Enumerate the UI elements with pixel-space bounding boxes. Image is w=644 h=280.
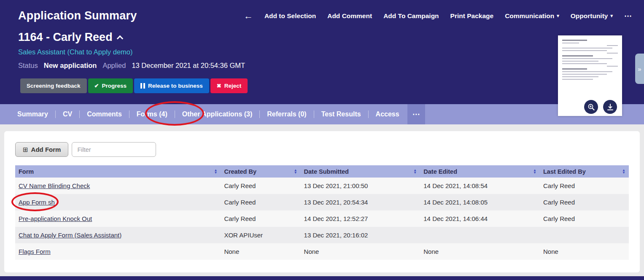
col-header-label: Last Edited By	[543, 168, 586, 175]
cell-created-by: Carly Reed	[221, 194, 300, 210]
col-header-label: Form	[19, 168, 34, 175]
cell-date-edited: 14 Dec 2021, 14:08:54	[420, 178, 540, 194]
sort-icon[interactable]: ▲▼	[214, 169, 218, 174]
col-header-form[interactable]: Form▲▼	[15, 165, 221, 178]
status-label: Status	[18, 62, 38, 70]
tab-test-results[interactable]: Test Results	[314, 110, 368, 118]
page-title: Application Summary	[18, 9, 137, 22]
release-to-business-button[interactable]: Release to business	[134, 78, 209, 93]
nav-communication-dropdown[interactable]: Communication ▾	[505, 12, 559, 20]
reject-button[interactable]: ✖ Reject	[210, 78, 248, 93]
progress-label: Progress	[102, 83, 127, 89]
footer-strip	[0, 276, 644, 280]
tab-summary[interactable]: Summary	[10, 110, 55, 118]
col-header-label: Date Edited	[423, 168, 457, 175]
reject-label: Reject	[224, 83, 242, 89]
vacancy-link[interactable]: Sales Assistant (Chat to Apply demo)	[18, 48, 132, 56]
tab-bar: Summary CV Comments Forms (4) Other Appl…	[0, 104, 644, 124]
filter-input[interactable]	[72, 142, 156, 157]
table-row: App Form sh Carly Reed 13 Dec 2021, 20:5…	[15, 194, 629, 210]
col-header-date-submitted[interactable]: Date Submitted▲▼	[301, 165, 420, 178]
release-label: Release to business	[148, 83, 203, 89]
screening-feedback-button[interactable]: Screening feedback	[20, 78, 87, 93]
nav-opportunity-dropdown[interactable]: Opportunity ▾	[571, 12, 613, 20]
forms-panel: ⊞ Add Form Form▲▼ Created By▲▼ Date Subm…	[4, 131, 640, 272]
sort-icon[interactable]: ▲▼	[622, 169, 625, 174]
chevron-down-icon: ▾	[557, 13, 559, 19]
tab-comments[interactable]: Comments	[80, 110, 129, 118]
forms-table: Form▲▼ Created By▲▼ Date Submitted▲▼ Dat…	[15, 165, 629, 260]
form-link-pre-application-knock-out[interactable]: Pre-application Knock Out	[19, 215, 92, 222]
cell-date-edited: None	[420, 243, 540, 260]
col-header-date-edited[interactable]: Date Edited▲▼	[420, 165, 540, 178]
cell-last-edited-by: Carly Reed	[540, 194, 629, 210]
form-link-cv-name-blinding-check[interactable]: CV Name Blinding Check	[19, 182, 90, 189]
col-header-last-edited-by[interactable]: Last Edited By▲▼	[540, 165, 629, 178]
cell-date-edited	[420, 227, 540, 243]
cell-date-submitted: None	[301, 243, 420, 260]
cell-created-by: XOR APIUser	[221, 227, 300, 243]
cell-last-edited-by	[540, 227, 629, 243]
table-row: Flags Form None None None None	[15, 243, 629, 260]
sort-icon[interactable]: ▲▼	[413, 169, 417, 174]
cell-date-submitted: 14 Dec 2021, 12:52:27	[301, 210, 420, 227]
tab-cv[interactable]: CV	[56, 110, 79, 118]
tab-other-applications[interactable]: Other Applications (3)	[175, 110, 260, 118]
add-form-button[interactable]: ⊞ Add Form	[15, 142, 68, 157]
nav-communication-label: Communication	[505, 12, 554, 20]
col-header-created-by[interactable]: Created By▲▼	[221, 165, 300, 178]
applied-date: 13 December 2021 at 20:54:36 GMT	[132, 62, 245, 70]
side-panel-expander[interactable]: »	[635, 54, 644, 84]
nav-add-to-selection[interactable]: Add to Selection	[264, 12, 316, 20]
zoom-in-icon[interactable]	[584, 100, 598, 114]
form-link-flags-form[interactable]: Flags Form	[19, 248, 51, 255]
cell-date-submitted: 13 Dec 2021, 20:16:02	[301, 227, 420, 243]
sort-icon[interactable]: ▲▼	[533, 169, 536, 174]
form-link-chat-to-apply-form[interactable]: Chat to Apply Form (Sales Assistant)	[19, 232, 121, 239]
cell-date-submitted: 13 Dec 2021, 20:54:34	[301, 194, 420, 210]
cell-created-by: None	[221, 243, 300, 260]
cell-last-edited-by: None	[540, 243, 629, 260]
workflow-actions: Screening feedback ✔ Progress Release to…	[20, 78, 644, 93]
applied-label: Applied	[102, 62, 126, 70]
tabs-more-icon[interactable]: ⋯	[407, 104, 425, 124]
form-link-app-form[interactable]: App Form sh	[19, 199, 55, 206]
cell-created-by: Carly Reed	[221, 178, 300, 194]
cross-icon: ✖	[217, 83, 221, 89]
table-row: Chat to Apply Form (Sales Assistant) XOR…	[15, 227, 629, 243]
cv-preview-thumbnail[interactable]	[558, 35, 622, 116]
add-icon: ⊞	[23, 146, 28, 153]
progress-button[interactable]: ✔ Progress	[88, 78, 133, 93]
table-row: CV Name Blinding Check Carly Reed 13 Dec…	[15, 178, 629, 194]
back-icon[interactable]: ←	[244, 11, 253, 22]
tab-access[interactable]: Access	[369, 110, 407, 118]
download-icon[interactable]	[603, 100, 617, 114]
cell-created-by: Carly Reed	[221, 210, 300, 227]
col-header-label: Created By	[224, 168, 256, 175]
cell-date-edited: 14 Dec 2021, 14:06:44	[420, 210, 540, 227]
cell-date-edited: 14 Dec 2021, 14:08:05	[420, 194, 540, 210]
page-header: Application Summary ← Add to Selection A…	[0, 0, 644, 104]
col-header-label: Date Submitted	[304, 168, 349, 175]
table-row: Pre-application Knock Out Carly Reed 14 …	[15, 210, 629, 227]
tab-forms[interactable]: Forms (4)	[129, 110, 175, 118]
cell-last-edited-by: Carly Reed	[540, 210, 629, 227]
add-form-label: Add Form	[31, 146, 61, 153]
nav-opportunity-label: Opportunity	[571, 12, 608, 20]
cell-date-submitted: 13 Dec 2021, 21:00:50	[301, 178, 420, 194]
nav-add-to-campaign[interactable]: Add To Campaign	[383, 12, 439, 20]
nav-print-package[interactable]: Print Package	[450, 12, 494, 20]
chevron-up-icon[interactable]	[116, 35, 123, 42]
status-row: Status New application Applied 13 Decemb…	[18, 62, 644, 70]
content-area: ⊞ Add Form Form▲▼ Created By▲▼ Date Subm…	[0, 124, 644, 280]
sort-icon[interactable]: ▲▼	[294, 169, 297, 174]
table-header-row: Form▲▼ Created By▲▼ Date Submitted▲▼ Dat…	[15, 165, 629, 178]
check-icon: ✔	[94, 83, 99, 89]
nav-more-icon[interactable]: ⋯	[624, 11, 632, 21]
chevron-double-right-icon: »	[638, 65, 641, 73]
status-value: New application	[44, 62, 97, 70]
cell-last-edited-by: Carly Reed	[540, 178, 629, 194]
tab-referrals[interactable]: Referrals (0)	[260, 110, 313, 118]
forms-toolbar: ⊞ Add Form	[15, 142, 629, 157]
nav-add-comment[interactable]: Add Comment	[327, 12, 372, 20]
